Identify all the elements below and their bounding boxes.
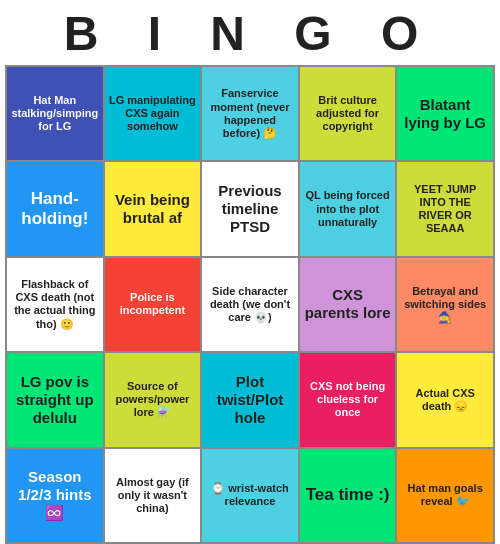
bingo-cell-21: Almost gay (if only it wasn't china) (105, 449, 201, 542)
bingo-cell-3: Brit culture adjusted for copyright (300, 67, 396, 160)
bingo-cell-1: LG manipulating CXS again somehow (105, 67, 201, 160)
bingo-cell-19: Actual CXS death 😞 (397, 353, 493, 446)
bingo-cell-12: Side character death (we don't care 💀) (202, 258, 298, 351)
bingo-cell-10: Flashback of CXS death (not the actual t… (7, 258, 103, 351)
bingo-cell-0: Hat Man stalking/simping for LG (7, 67, 103, 160)
bingo-cell-2: Fanservice moment (never happened before… (202, 67, 298, 160)
bingo-cell-17: Plot twist/Plot hole (202, 353, 298, 446)
bingo-cell-15: LG pov is straight up delulu (7, 353, 103, 446)
bingo-cell-11: Police is incompetent (105, 258, 201, 351)
bingo-grid: Hat Man stalking/simping for LGLG manipu… (5, 65, 495, 544)
bingo-cell-16: Source of powers/power lore ⚗️ (105, 353, 201, 446)
bingo-cell-24: Hat man goals reveal 🐦 (397, 449, 493, 542)
bingo-cell-7: Previous timeline PTSD (202, 162, 298, 255)
bingo-cell-8: QL being forced into the plot unnaturall… (300, 162, 396, 255)
bingo-cell-6: Vein being brutal af (105, 162, 201, 255)
bingo-cell-23: Tea time :) (300, 449, 396, 542)
bingo-cell-13: CXS parents lore (300, 258, 396, 351)
bingo-cell-18: CXS not being clueless for once (300, 353, 396, 446)
bingo-cell-4: Blatant lying by LG (397, 67, 493, 160)
bingo-cell-9: YEET JUMP INTO THE RIVER OR SEAAA (397, 162, 493, 255)
bingo-cell-5: Hand-holding! (7, 162, 103, 255)
bingo-cell-14: Betrayal and switching sides 🧙 (397, 258, 493, 351)
bingo-cell-22: ⌚ wrist-watch relevance (202, 449, 298, 542)
bingo-title: B I N G O (64, 0, 437, 65)
bingo-cell-20: Season 1/2/3 hints ♾️ (7, 449, 103, 542)
